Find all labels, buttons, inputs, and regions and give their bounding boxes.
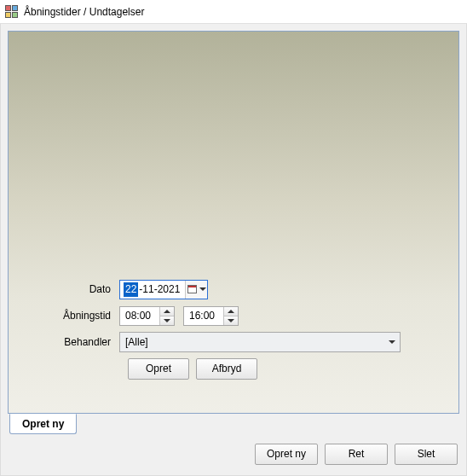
time-to-up[interactable] <box>224 307 238 316</box>
tab-control: Dato 22 -11-2021 Åbningstid <box>8 31 459 434</box>
tab-strip: Opret ny <box>8 414 459 434</box>
row-handler: Behandler [Alle] <box>17 332 450 352</box>
chevron-down-icon <box>199 287 206 291</box>
handler-combo[interactable]: [Alle] <box>119 332 401 352</box>
arrow-up-icon <box>164 310 170 313</box>
cancel-button[interactable]: Afbryd <box>196 358 257 380</box>
bottom-button-bar: Opret ny Ret Slet <box>255 444 458 465</box>
handler-value: [Alle] <box>120 333 384 351</box>
form: Dato 22 -11-2021 Åbningstid <box>9 279 458 380</box>
time-from-value[interactable]: 08:00 <box>120 307 159 325</box>
create-new-button[interactable]: Opret ny <box>255 444 318 465</box>
time-to-value[interactable]: 16:00 <box>184 307 223 325</box>
time-from-down[interactable] <box>160 316 174 325</box>
chevron-down-icon <box>389 340 395 344</box>
edit-button[interactable]: Ret <box>325 444 388 465</box>
client-area: Dato 22 -11-2021 Åbningstid <box>0 24 467 476</box>
calendar-icon <box>187 285 197 293</box>
time-from-up[interactable] <box>160 307 174 316</box>
label-handler: Behandler <box>17 336 119 348</box>
title-bar: Åbningstider / Undtagelser <box>0 0 467 24</box>
row-date: Dato 22 -11-2021 <box>17 279 450 299</box>
time-from-spinner[interactable] <box>159 307 174 325</box>
window-title: Åbningstider / Undtagelser <box>24 6 144 18</box>
time-to-spinner[interactable] <box>223 307 238 325</box>
arrow-up-icon <box>228 310 234 313</box>
time-from[interactable]: 08:00 <box>119 306 175 326</box>
tab-page-create: Dato 22 -11-2021 Åbningstid <box>8 31 459 414</box>
delete-button[interactable]: Slet <box>395 444 458 465</box>
app-icon <box>5 5 19 19</box>
label-opening: Åbningstid <box>17 310 119 322</box>
time-to[interactable]: 16:00 <box>183 306 239 326</box>
tab-create-new[interactable]: Opret ny <box>9 414 77 434</box>
row-opening: Åbningstid 08:00 16:00 <box>17 305 450 326</box>
create-button[interactable]: Opret <box>128 358 189 380</box>
arrow-down-icon <box>164 319 170 322</box>
inner-button-row: Opret Afbryd <box>128 358 450 380</box>
date-dropdown-button[interactable] <box>185 281 207 299</box>
date-picker[interactable]: 22 -11-2021 <box>119 280 208 299</box>
date-rest[interactable]: -11-2021 <box>138 283 183 295</box>
arrow-down-icon <box>228 319 234 322</box>
handler-dropdown-button[interactable] <box>384 333 400 351</box>
date-day-selected[interactable]: 22 <box>124 282 138 297</box>
label-date: Dato <box>17 283 119 295</box>
time-to-down[interactable] <box>224 316 238 325</box>
